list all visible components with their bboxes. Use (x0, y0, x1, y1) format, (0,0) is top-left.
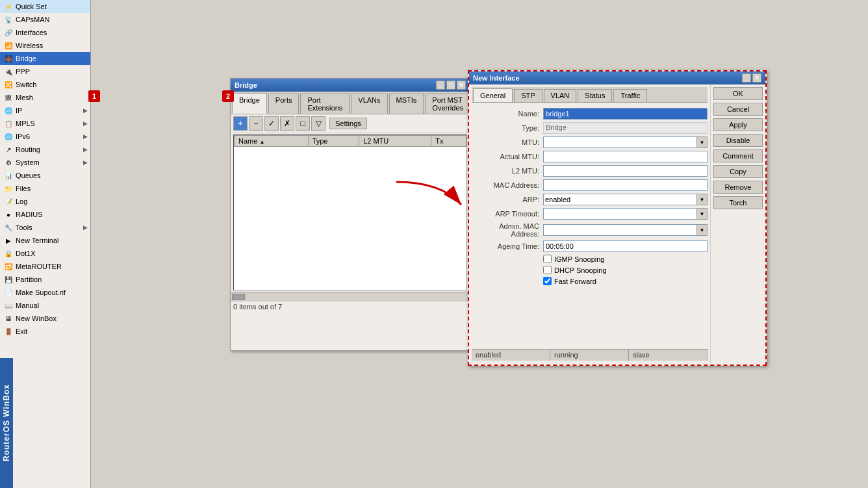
nif-mac-input[interactable] (543, 179, 708, 191)
bridge-settings-btn[interactable]: Settings (329, 118, 367, 129)
ip-icon: 🌐 (4, 106, 13, 115)
nif-tab-status[interactable]: Status (578, 89, 612, 102)
nif-tab-traffic[interactable]: Traffic (613, 89, 647, 102)
nif-arp-timeout-arrow[interactable]: ▼ (697, 208, 708, 220)
nif-admin-mac-input[interactable] (543, 224, 697, 236)
nif-actual-mtu-input[interactable] (543, 151, 708, 162)
tools-icon: 🔧 (4, 223, 13, 232)
bridge-tab-mstis[interactable]: MSTIs (389, 94, 424, 114)
bridge-disable-btn[interactable]: ✗ (280, 116, 294, 131)
nif-arp-timeout-input[interactable] (543, 208, 697, 220)
nif-ageing-row: Ageing Time: (472, 240, 708, 252)
nif-copy-btn[interactable]: Copy (713, 165, 763, 178)
nif-admin-mac-row: Admin. MAC Address: ▼ (472, 222, 708, 238)
nif-tab-stp[interactable]: STP (514, 89, 542, 102)
sidebar-item-dot1x[interactable]: 🔒Dot1X (0, 247, 90, 260)
nif-remove-btn[interactable]: Remove (713, 181, 763, 194)
wireless-icon: 📶 (4, 41, 13, 50)
sidebar-item-system[interactable]: ⚙System▶ (0, 156, 90, 169)
new-winbox-icon: 🖥 (4, 314, 13, 323)
sidebar-item-partition[interactable]: 💾Partition (0, 273, 90, 286)
nif-admin-mac-label: Admin. MAC Address: (472, 222, 543, 238)
sidebar-item-mesh[interactable]: 🕸Mesh (0, 91, 90, 104)
nif-arp-select[interactable]: enabled disabled proxy-arp reply-only (543, 194, 697, 205)
bridge-maximize-btn[interactable]: □ (446, 81, 455, 90)
sidebar-item-tools[interactable]: 🔧Tools▶ (0, 221, 90, 234)
sidebar-item-radius[interactable]: ●RADIUS (0, 208, 90, 221)
sidebar-item-capsman[interactable]: 📡CAPsMAN (0, 13, 90, 26)
sidebar-item-metarouter[interactable]: 🔁MetaROUTER (0, 260, 90, 273)
sidebar-item-queues[interactable]: 📊Queues (0, 169, 90, 182)
sidebar-item-ip[interactable]: 🌐IP▶ (0, 104, 90, 117)
bridge-add-btn[interactable]: + (233, 116, 248, 131)
bridge-tabs-bar: BridgePortsPort ExtensionsVLANsMSTIsPort… (231, 92, 470, 114)
bridge-tab-port-mst-overrides[interactable]: Port MST Overrides (425, 94, 470, 114)
bridge-tab-bridge[interactable]: Bridge (232, 93, 267, 114)
bridge-tab-ports[interactable]: Ports (268, 94, 300, 114)
bridge-filter-btn[interactable]: ▽ (311, 116, 326, 131)
nif-fastforward-checkbox[interactable] (543, 277, 552, 285)
bridge-col-name: Name ▲ (235, 136, 309, 147)
ipv6-icon: 🌐 (4, 132, 13, 141)
mpls-arrow: ▶ (83, 120, 88, 127)
nif-minimize-btn[interactable]: _ (742, 73, 751, 83)
nif-arp-arrow[interactable]: ▼ (697, 194, 708, 205)
bridge-copy-btn[interactable]: □ (296, 116, 310, 131)
nif-comment-btn[interactable]: Comment (713, 149, 763, 162)
bridge-hscroll-thumb[interactable] (232, 294, 245, 300)
bridge-hscroll[interactable] (231, 292, 470, 301)
nif-l2mtu-input[interactable] (543, 165, 708, 177)
nif-mac-label: MAC Address: (472, 181, 543, 189)
bridge-tab-port-extensions[interactable]: Port Extensions (300, 94, 350, 114)
nif-apply-btn[interactable]: Apply (713, 118, 763, 131)
bridge-col-l2mtu: L2 MTU (359, 136, 431, 147)
winbox-side-label: RouterOS WinBox (0, 358, 13, 488)
nif-name-input[interactable] (543, 108, 708, 120)
sidebar-item-switch[interactable]: 🔀Switch (0, 78, 90, 91)
bridge-close-btn[interactable]: ✕ (457, 81, 466, 90)
system-icon: ⚙ (4, 158, 13, 167)
sidebar-label-make-supout: Make Supout.rif (16, 289, 66, 296)
new-terminal-icon: ▶ (4, 236, 13, 245)
bridge-table-container: Name ▲ Type L2 MTU Tx (233, 135, 467, 290)
nif-ageing-input[interactable] (543, 240, 708, 252)
nif-torch-btn[interactable]: Torch (713, 196, 763, 209)
new-interface-title-text: New Interface (473, 74, 520, 82)
nif-tab-vlan[interactable]: VLAN (544, 89, 577, 102)
nif-fastforward-label: Fast Forward (554, 277, 596, 285)
sidebar-item-wireless[interactable]: 📶Wireless (0, 39, 90, 52)
sidebar-item-mpls[interactable]: 📋MPLS▶ (0, 117, 90, 130)
nif-disable-btn[interactable]: Disable (713, 134, 763, 147)
bridge-icon: 🌉 (4, 54, 13, 63)
nif-igmp-checkbox[interactable] (543, 255, 552, 263)
bridge-col-tx: Tx (431, 136, 466, 147)
sidebar-item-ppp[interactable]: 🔌PPP (0, 65, 90, 78)
sidebar-item-make-supout[interactable]: 📄Make Supout.rif (0, 286, 90, 299)
sidebar-item-log[interactable]: 📝Log (0, 195, 90, 208)
nif-dhcp-checkbox[interactable] (543, 266, 552, 274)
sidebar-item-new-terminal[interactable]: ▶New Terminal (0, 234, 90, 247)
sidebar-label-metarouter: MetaROUTER (16, 263, 62, 270)
sidebar-item-files[interactable]: 📁Files (0, 182, 90, 195)
bridge-enable-btn[interactable]: ✓ (264, 116, 279, 131)
sidebar-item-manual[interactable]: 📖Manual (0, 299, 90, 312)
nif-close-btn[interactable]: ✕ (752, 73, 761, 83)
nif-tab-general[interactable]: General (473, 88, 513, 102)
sidebar-item-ipv6[interactable]: 🌐IPv6▶ (0, 130, 90, 143)
nif-admin-mac-arrow[interactable]: ▼ (697, 224, 708, 236)
nif-cancel-btn[interactable]: Cancel (713, 103, 763, 116)
sidebar-item-exit[interactable]: 🚪Exit (0, 325, 90, 338)
bridge-minimize-btn[interactable]: _ (436, 81, 445, 90)
nif-ok-btn[interactable]: OK (713, 87, 763, 100)
bridge-tab-vlans[interactable]: VLANs (351, 94, 387, 114)
sidebar-item-quick-set[interactable]: ⚡Quick Set (0, 0, 90, 13)
nif-mtu-arrow[interactable]: ▼ (697, 136, 708, 148)
sidebar-item-routing[interactable]: ↗Routing▶ (0, 143, 90, 156)
dot1x-icon: 🔒 (4, 249, 13, 258)
queues-icon: 📊 (4, 171, 13, 180)
sidebar-item-new-winbox[interactable]: 🖥New WinBox (0, 312, 90, 325)
nif-mtu-input[interactable] (543, 136, 697, 148)
sidebar-item-interfaces[interactable]: 🔗Interfaces (0, 26, 90, 39)
bridge-remove-btn[interactable]: − (249, 116, 263, 131)
sidebar-item-bridge[interactable]: 🌉Bridge (0, 52, 90, 65)
